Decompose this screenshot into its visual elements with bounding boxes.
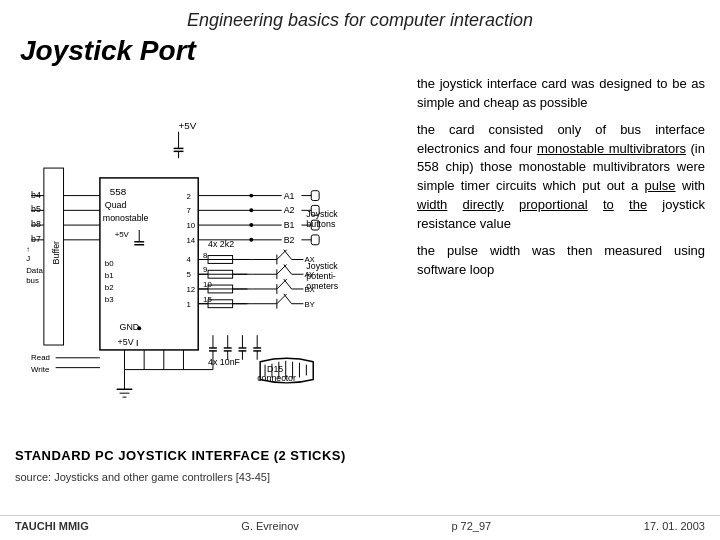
footer-org: TAUCHI MMIG	[15, 520, 89, 532]
svg-text:+5V: +5V	[117, 337, 133, 347]
svg-text:B2: B2	[283, 234, 294, 244]
svg-text:Data: Data	[26, 266, 43, 275]
footer: TAUCHI MMIG G. Evreinov p 72_97 17. 01. …	[0, 515, 720, 532]
svg-text:b4: b4	[31, 189, 41, 199]
svg-text:Quad: Quad	[104, 200, 126, 210]
paragraph-2: the card consisted only of bus interface…	[417, 121, 705, 234]
diagram-image: +5V b4 b5 b8 b7 ↑ J Data bus	[15, 73, 405, 444]
svg-point-37	[137, 326, 141, 330]
standard-label: STANDARD PC JOYSTICK INTERFACE (2 STICKS…	[15, 448, 405, 463]
width-link: width	[417, 197, 447, 212]
page-title: Joystick Port	[20, 35, 705, 67]
svg-text:10: 10	[186, 221, 195, 230]
svg-text:2: 2	[186, 191, 190, 200]
svg-text:b8: b8	[31, 219, 41, 229]
svg-text:Read: Read	[31, 352, 50, 361]
svg-text:A2: A2	[283, 205, 294, 215]
proportional-link: proportional	[519, 197, 588, 212]
svg-text:BY: BY	[304, 299, 315, 308]
svg-text:Write: Write	[31, 364, 50, 373]
svg-text:7: 7	[186, 206, 190, 215]
svg-text:b5: b5	[31, 204, 41, 214]
svg-text:b2: b2	[104, 282, 113, 291]
svg-text:12: 12	[186, 284, 195, 293]
svg-text:+5V: +5V	[178, 119, 196, 130]
content-area: +5V b4 b5 b8 b7 ↑ J Data bus	[15, 73, 705, 463]
footer-author: G. Evreinov	[241, 520, 298, 532]
svg-text:15: 15	[203, 294, 212, 303]
svg-text:558: 558	[109, 185, 126, 196]
svg-text:A1: A1	[283, 190, 294, 200]
svg-text:B1: B1	[283, 220, 294, 230]
svg-text:14: 14	[186, 235, 195, 244]
svg-text:↑: ↑	[26, 244, 30, 253]
svg-text:Buffer: Buffer	[50, 240, 60, 263]
svg-text:+5V: +5V	[114, 229, 129, 238]
paragraph-3: the pulse width was then measured using …	[417, 242, 705, 280]
svg-text:10: 10	[203, 280, 212, 289]
svg-text:b3: b3	[104, 294, 113, 303]
pulse-link: pulse	[645, 178, 676, 193]
svg-text:J: J	[26, 254, 30, 263]
svg-text:4: 4	[186, 255, 191, 264]
svg-text:5: 5	[186, 270, 191, 279]
svg-text:b0: b0	[104, 259, 113, 268]
svg-text:b1: b1	[104, 271, 113, 280]
paragraph-1: the joystick interface card was designed…	[417, 75, 705, 113]
svg-text:monostable: monostable	[102, 213, 148, 223]
header-title: Engineering basics for computer interact…	[15, 10, 705, 31]
source-label: source: Joysticks and other game control…	[15, 471, 705, 483]
footer-page: p 72_97	[451, 520, 491, 532]
page: Engineering basics for computer interact…	[0, 0, 720, 540]
svg-text:AX: AX	[304, 255, 315, 264]
svg-text:bus: bus	[26, 276, 39, 285]
svg-text:D15: D15	[267, 363, 283, 373]
text-description: the joystick interface card was designed…	[417, 73, 705, 463]
svg-text:1: 1	[186, 299, 190, 308]
directly-link: directly	[463, 197, 504, 212]
svg-text:8: 8	[203, 250, 208, 259]
footer-date: 17. 01. 2003	[644, 520, 705, 532]
svg-text:BX: BX	[304, 284, 315, 293]
diagram-area: +5V b4 b5 b8 b7 ↑ J Data bus	[15, 73, 405, 463]
svg-text:AY: AY	[304, 270, 315, 279]
svg-text:b7: b7	[31, 233, 41, 243]
the-link: the	[629, 197, 647, 212]
svg-text:GND: GND	[119, 322, 139, 332]
monostable-link: monostable multivibrators	[537, 141, 686, 156]
circuit-diagram: +5V b4 b5 b8 b7 ↑ J Data bus	[23, 114, 398, 404]
svg-text:9: 9	[203, 265, 207, 274]
to-link: to	[603, 197, 614, 212]
